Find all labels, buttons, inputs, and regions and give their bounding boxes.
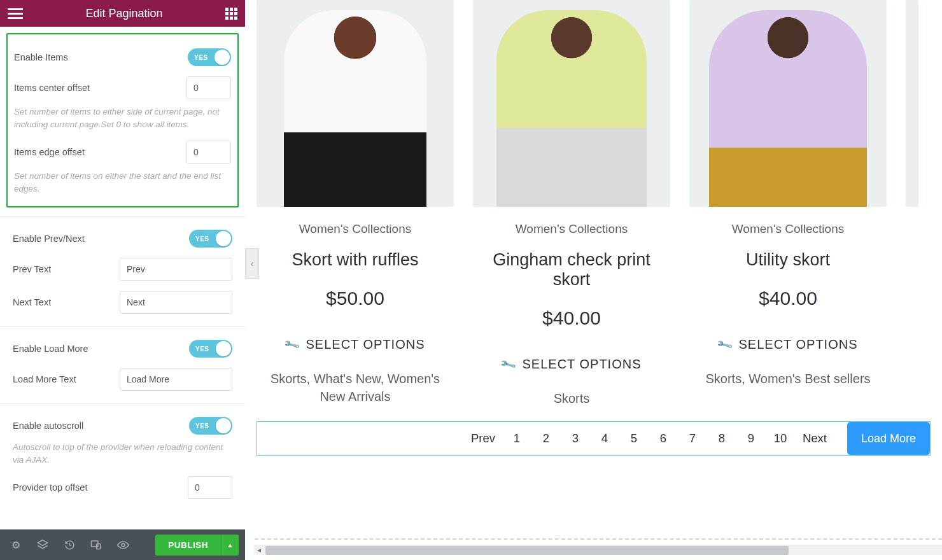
apps-grid-icon[interactable] (225, 8, 237, 20)
provider-offset-label: Provider top offset (13, 482, 87, 493)
responsive-icon[interactable] (87, 535, 106, 554)
pagination-widget[interactable]: Prev 1 2 3 4 5 6 7 8 9 10 Next Load More (257, 421, 931, 456)
pager-page[interactable]: 1 (502, 431, 531, 445)
product-card: Women's Collections Utility skort $40.00… (689, 0, 887, 407)
toggle-knob (216, 231, 231, 246)
wrench-icon: 🔧 (716, 335, 735, 354)
sidebar-body: Enable Items YES Items center offset Set… (0, 27, 245, 560)
enable-prevnext-label: Enable Prev/Next (13, 234, 85, 244)
select-options-button[interactable]: 🔧SELECT OPTIONS (718, 337, 857, 352)
select-options-label: SELECT OPTIONS (738, 337, 857, 352)
toggle-yes-text: YES (195, 423, 209, 430)
pager-page[interactable]: 10 (766, 431, 795, 445)
enable-loadmore-toggle[interactable]: YES (189, 340, 232, 358)
edge-offset-help: Set number of items on either the start … (14, 170, 231, 195)
layers-icon[interactable] (33, 535, 52, 554)
toggle-yes-text: YES (195, 346, 209, 353)
enable-items-toggle[interactable]: YES (188, 48, 231, 66)
provider-offset-input[interactable] (188, 476, 232, 499)
product-image[interactable] (473, 0, 670, 207)
product-image[interactable] (689, 0, 887, 207)
select-options-button[interactable]: 🔧SELECT OPTIONS (285, 337, 425, 352)
center-offset-help: Set number of items to either side of cu… (14, 106, 231, 130)
history-icon[interactable] (60, 535, 79, 554)
items-section-highlighted: Enable Items YES Items center offset Set… (6, 33, 239, 207)
scroll-left-icon[interactable]: ◄ (254, 545, 264, 556)
pager-prev[interactable]: Prev (464, 431, 502, 445)
product-tags[interactable]: Skorts, Women's Best sellers (689, 370, 887, 388)
product-name[interactable]: Skort with ruffles (257, 250, 454, 270)
horizontal-scrollbar[interactable]: ◄ (254, 545, 942, 555)
center-offset-input[interactable] (186, 76, 231, 99)
product-category[interactable]: Women's Collections (689, 222, 887, 236)
product-price: $40.00 (473, 307, 670, 329)
enable-prevnext-toggle[interactable]: YES (189, 230, 232, 248)
product-card: Women's Collections Skort with ruffles $… (257, 0, 454, 407)
toggle-yes-text: YES (195, 235, 209, 242)
settings-gear-icon[interactable]: ⚙ (6, 535, 25, 554)
next-text-label: Next Text (13, 297, 51, 307)
section-divider-dashed (255, 538, 942, 540)
preview-eye-icon[interactable] (113, 535, 132, 554)
enable-items-label: Enable Items (14, 52, 68, 62)
next-text-input[interactable] (120, 291, 232, 314)
svg-point-3 (122, 543, 125, 547)
product-price: $40.00 (689, 288, 887, 309)
preview-canvas: Women's Collections Skort with ruffles $… (245, 0, 942, 560)
pager-page[interactable]: 2 (531, 431, 561, 445)
prev-text-input[interactable] (120, 258, 232, 281)
product-image[interactable] (257, 0, 454, 207)
product-card: Women's Collections Gingham check print … (473, 0, 670, 407)
select-options-label: SELECT OPTIONS (306, 337, 425, 352)
publish-dropdown-button[interactable]: ▲ (221, 535, 239, 556)
pager-page[interactable]: 9 (736, 431, 766, 445)
pager-page[interactable]: 4 (590, 431, 619, 445)
product-category[interactable]: Women's Collections (257, 222, 454, 236)
wrench-icon: 🔧 (283, 335, 302, 354)
toggle-knob (214, 50, 230, 65)
bottom-toolbar: ⚙ PUBLISH ▲ (0, 529, 245, 560)
pager-page[interactable]: 6 (649, 431, 678, 445)
pager-next[interactable]: Next (795, 431, 834, 445)
pager-page[interactable]: 3 (561, 431, 590, 445)
product-tags[interactable]: Skorts, What's New, Women's New Arrivals (257, 370, 454, 405)
edge-offset-label: Items edge offset (14, 147, 85, 157)
center-offset-label: Items center offset (14, 83, 90, 93)
select-options-label: SELECT OPTIONS (522, 357, 641, 372)
product-price: $50.00 (257, 288, 454, 309)
enable-autoscroll-label: Enable autoscroll (13, 421, 83, 431)
autoscroll-help: Autoscroll to top of the provider when r… (13, 441, 232, 466)
loadmore-text-label: Load More Text (13, 374, 76, 384)
toggle-knob (216, 341, 231, 356)
load-more-button[interactable]: Load More (847, 422, 930, 455)
product-card-partial (906, 0, 918, 407)
loadmore-text-input[interactable] (120, 368, 232, 391)
pager-page[interactable]: 7 (678, 431, 707, 445)
hamburger-icon[interactable] (8, 6, 23, 21)
product-category[interactable]: Women's Collections (473, 222, 670, 236)
product-image[interactable] (906, 0, 918, 207)
collapse-sidebar-handle[interactable]: ‹ (245, 248, 259, 279)
edge-offset-input[interactable] (186, 141, 231, 164)
sidebar-header: Edit Pagination (0, 0, 245, 27)
toggle-knob (216, 418, 231, 433)
pagination-inner: Prev 1 2 3 4 5 6 7 8 9 10 Next Load More (257, 422, 930, 455)
product-name[interactable]: Utility skort (689, 250, 887, 270)
publish-button[interactable]: PUBLISH (155, 535, 221, 556)
pager-page[interactable]: 5 (619, 431, 649, 445)
toggle-yes-text: YES (194, 54, 208, 61)
wrench-icon: 🔧 (500, 355, 519, 374)
enable-loadmore-label: Enable Load More (13, 344, 88, 354)
prev-text-label: Prev Text (13, 264, 51, 274)
product-name[interactable]: Gingham check print skort (473, 250, 670, 290)
scrollbar-thumb[interactable] (265, 546, 789, 555)
product-tags[interactable]: Skorts (473, 389, 670, 407)
select-options-button[interactable]: 🔧SELECT OPTIONS (502, 357, 641, 372)
pager-page[interactable]: 8 (707, 431, 736, 445)
panel-title: Edit Pagination (85, 7, 162, 20)
product-grid: Women's Collections Skort with ruffles $… (257, 0, 931, 407)
enable-autoscroll-toggle[interactable]: YES (189, 417, 232, 435)
svg-marker-0 (38, 540, 48, 546)
sidebar-panel: Edit Pagination Enable Items YES Items c… (0, 0, 245, 560)
